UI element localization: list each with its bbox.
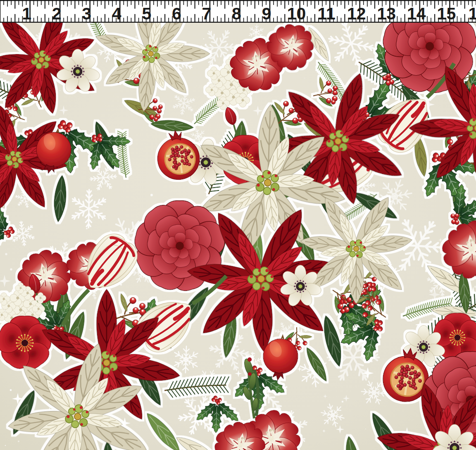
snow-dot [205,44,207,45]
snow-dot [86,228,88,229]
snow-dot [100,52,102,55]
snow-dot [18,440,19,442]
fabric-swatch-photo: 1234567891011121314151 [0,0,476,450]
snow-dot [120,284,122,286]
snow-dot [217,66,219,68]
ruler-number-partial: 1 [469,4,476,23]
snow-dot [359,30,361,32]
snow-dot [10,268,12,270]
ruler-number: 1 [22,4,31,23]
snow-dot [0,76,1,77]
snow-dot [449,219,451,221]
ruler-number: 9 [262,4,271,23]
snow-dot [329,313,330,314]
snow-dot [60,90,60,91]
ruler-number: 8 [232,4,241,23]
ruler-number: 12 [347,4,366,23]
inch-ruler-scale: 1234567891011121314151 [0,0,476,23]
ruler-number: 3 [82,4,91,23]
ruler-number: 13 [377,4,396,23]
ruler-number: 7 [202,4,212,23]
snow-dot [5,253,7,255]
snow-dot [5,445,6,446]
snow-dot [4,72,5,74]
snow-dot [203,38,205,40]
ruler-number: 15 [437,4,456,23]
ruler-number: 11 [317,4,335,23]
snow-dot [304,78,305,79]
snow-dot [342,401,344,403]
ruler-number: 4 [112,4,121,23]
snow-dot [150,194,153,196]
snow-dot [321,292,322,293]
snow-dot [10,389,12,391]
snow-dot [316,255,319,258]
ruler-number: 14 [407,4,426,23]
snow-dot [422,92,424,93]
ruler-number: 5 [142,4,151,23]
snow-dot [178,63,180,65]
snow-dot [254,353,255,355]
inch-ruler: 1234567891011121314151 [0,0,476,23]
snow-dot [365,429,366,429]
ruler-number: 6 [172,4,181,23]
snow-dot [135,36,137,38]
ruler-number: 10 [287,4,306,23]
ruler-number: 2 [52,4,62,23]
fabric-pattern [0,0,476,450]
